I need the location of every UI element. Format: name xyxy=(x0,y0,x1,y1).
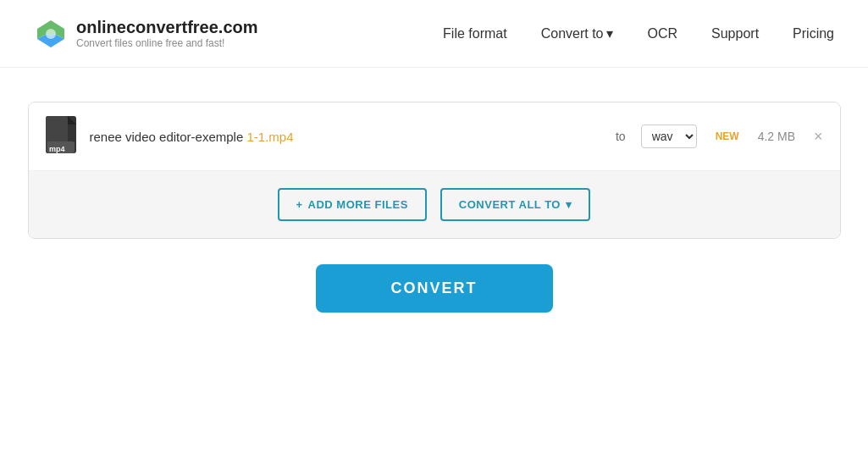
convert-all-chevron-icon: ▾ xyxy=(566,198,572,211)
to-label: to xyxy=(616,130,626,143)
svg-text:mp4: mp4 xyxy=(49,145,65,153)
logo-icon xyxy=(34,17,68,51)
chevron-down-icon: ▾ xyxy=(606,25,613,42)
svg-point-0 xyxy=(46,29,56,39)
file-name-normal: renee video editor-exemple xyxy=(90,130,247,144)
nav-ocr[interactable]: OCR xyxy=(647,26,677,42)
logo-subtitle: Convert files online free and fast! xyxy=(76,37,258,49)
nav-file-format[interactable]: File format xyxy=(443,26,507,42)
close-button[interactable]: × xyxy=(814,129,823,144)
mp4-file-icon: mp4 xyxy=(46,116,80,157)
header: onlineconvertfree.com Convert files onli… xyxy=(0,0,868,68)
add-more-files-button[interactable]: + ADD MORE FILES xyxy=(278,188,427,221)
file-row: mp4 renee video editor-exemple 1-1.mp4 t… xyxy=(29,102,840,171)
actions-row: + ADD MORE FILES CONVERT ALL TO ▾ xyxy=(29,171,840,238)
nav-support[interactable]: Support xyxy=(711,26,759,42)
new-badge: NEW xyxy=(716,130,739,142)
file-size: 4.2 MB xyxy=(758,130,795,143)
logo-area: onlineconvertfree.com Convert files onli… xyxy=(34,17,258,51)
logo-title: onlineconvertfree.com xyxy=(76,18,258,37)
main-content: mp4 renee video editor-exemple 1-1.mp4 t… xyxy=(0,68,868,329)
plus-icon: + xyxy=(296,198,303,211)
convert-all-to-button[interactable]: CONVERT ALL TO ▾ xyxy=(440,188,591,221)
logo-text-area: onlineconvertfree.com Convert files onli… xyxy=(76,18,258,49)
file-card-container: mp4 renee video editor-exemple 1-1.mp4 t… xyxy=(28,102,841,239)
file-name-highlight: 1-1.mp4 xyxy=(246,130,293,144)
add-files-label: ADD MORE FILES xyxy=(308,198,408,211)
nav-convert-to[interactable]: Convert to ▾ xyxy=(541,25,614,42)
nav-pricing[interactable]: Pricing xyxy=(793,26,834,42)
main-nav: File format Convert to ▾ OCR Support Pri… xyxy=(443,25,834,42)
file-name: renee video editor-exemple 1-1.mp4 xyxy=(90,130,605,144)
format-select[interactable]: wav mp3 aac flac ogg m4a xyxy=(641,125,697,148)
convert-button[interactable]: CONVERT xyxy=(316,264,553,313)
convert-all-label: CONVERT ALL TO xyxy=(459,198,561,211)
